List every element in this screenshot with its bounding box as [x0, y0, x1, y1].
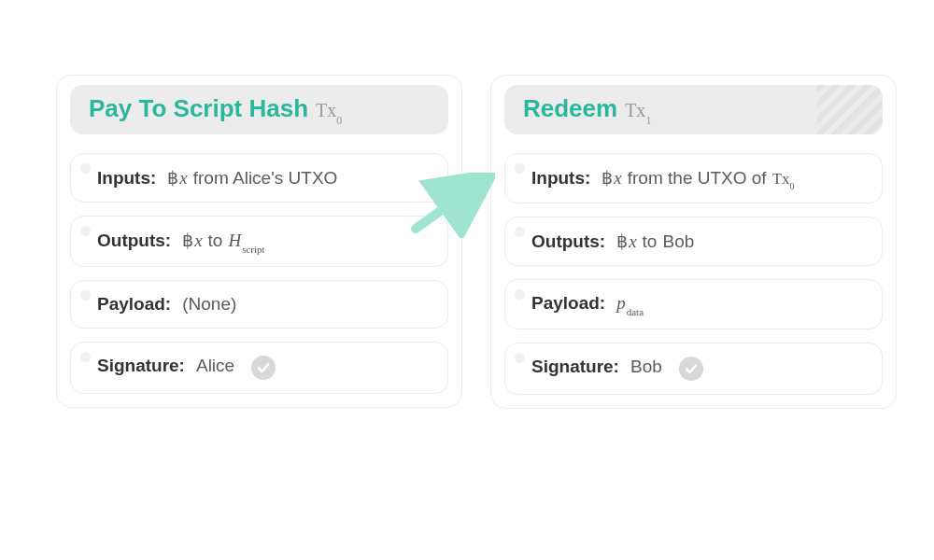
inputs-label: Inputs: — [531, 168, 590, 189]
inputs-value-right: ฿x from the UTXO of Tx0 — [601, 167, 794, 189]
outputs-label: Outputs: — [531, 231, 605, 252]
row-inputs-left: Inputs: ฿x from Alice's UTXO — [70, 153, 448, 203]
row-outputs-right: Outputs: ฿x to Bob — [504, 217, 883, 266]
tx-title-redeem: Redeem — [523, 94, 617, 123]
row-inputs-right: Inputs: ฿x from the UTXO of Tx0 — [504, 153, 883, 203]
outputs-value-right: ฿x to Bob — [616, 231, 694, 252]
pdata: pdata — [616, 293, 644, 315]
tx-card-p2sh: Pay To Script Hash Tx0 Inputs: ฿x from A… — [56, 75, 462, 408]
btc-amount: ฿x — [182, 230, 202, 251]
outputs-value-left: ฿x to Hscript — [182, 230, 264, 253]
payload-value-right: pdata — [616, 293, 644, 315]
check-icon — [251, 356, 276, 380]
outputs-label: Outputs: — [97, 231, 171, 251]
btc-amount: ฿x — [616, 231, 636, 252]
signature-label: Signature: — [531, 357, 619, 377]
tx-header-redeem: Redeem Tx1 — [504, 85, 883, 134]
signature-value-right: Bob — [630, 357, 662, 377]
tx-ref: Tx0 — [772, 170, 795, 189]
btc-amount: ฿x — [167, 167, 187, 189]
tx-header-p2sh: Pay To Script Hash Tx0 — [70, 85, 448, 134]
row-signature-right: Signature: Bob — [504, 343, 883, 395]
row-payload-right: Payload: pdata — [504, 279, 883, 329]
hscript: Hscript — [228, 231, 264, 253]
tx-label-redeem: Tx1 — [625, 100, 651, 125]
payload-label: Payload: — [97, 294, 171, 315]
signature-label: Signature: — [97, 356, 185, 376]
tx-label-p2sh: Tx0 — [316, 100, 342, 125]
payload-label: Payload: — [531, 293, 605, 314]
check-icon — [679, 357, 703, 381]
inputs-value-left: ฿x from Alice's UTXO — [167, 167, 337, 189]
diagram-canvas: Pay To Script Hash Tx0 Inputs: ฿x from A… — [56, 75, 897, 409]
tx-card-redeem: Redeem Tx1 Inputs: ฿x from the UTXO of T… — [490, 75, 897, 409]
row-outputs-left: Outputs: ฿x to Hscript — [70, 216, 448, 267]
payload-value-left: (None) — [182, 294, 236, 315]
row-payload-left: Payload: (None) — [70, 280, 448, 329]
row-signature-left: Signature: Alice — [70, 342, 448, 394]
btc-amount: ฿x — [601, 167, 621, 189]
signature-value-left: Alice — [196, 356, 234, 376]
tx-title-p2sh: Pay To Script Hash — [89, 94, 308, 123]
inputs-label: Inputs: — [97, 168, 156, 189]
